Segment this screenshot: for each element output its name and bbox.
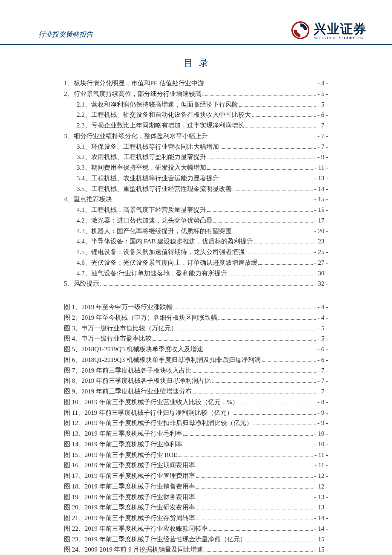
toc-leader-dots: [254, 243, 312, 243]
toc-leader-dots: [205, 551, 313, 552]
toc-entry-page: - 12 -: [314, 471, 329, 481]
toc-row: 图 18、2019 年前三季度机械子行业销售费用率- 12 -: [64, 481, 328, 492]
toc-entry-page: - 32 -: [314, 278, 329, 289]
toc-entry-label: 3.3、期间费用率保持平稳，研发投入大幅增加: [77, 162, 206, 173]
toc-entry-label: 1、板块行情分化明显，市值和PE 估值处行业中游: [64, 78, 204, 89]
toc-entry-page: - 4 -: [317, 302, 328, 312]
toc-row: 5、风险提示- 32 -: [64, 278, 328, 289]
toc-entry-page: - 8 -: [317, 397, 328, 408]
toc-entry-label: 4.1、工程机械：高景气度下经营质量显著提升: [77, 205, 206, 215]
toc-leader-dots: [247, 541, 313, 541]
toc-leader-dots: [207, 159, 316, 159]
toc-entry-label: 2、行业景气度持续高位，部分细分行业增速较高: [64, 89, 202, 99]
toc-entry-label: 5、风险提示: [64, 278, 99, 289]
toc-entry-label: 图 11、2019 年前三季度机械子行业归母净利润比较（亿元）: [64, 408, 233, 418]
toc-entry-label: 图 20、2019 年前三季度机械子行业研发费用率: [64, 502, 195, 513]
toc-entry-label: 图 12、2019 年前三季度机械子行业扣非后归母净利润比较（亿元）: [64, 418, 253, 428]
toc-entry-page: - 9 -: [317, 418, 328, 428]
toc-row: 3.5、工程机械、重型机械等行业经营性现金流明显改善- 14 -: [64, 184, 328, 194]
toc-leader-dots: [233, 191, 313, 191]
toc-entry-label: 4.2、激光器：进口替代加速，龙头竞争优势凸显: [77, 215, 213, 226]
toc-row: 图 11、2019 年前三季度机械子行业归母净利润比较（亿元）- 9 -: [64, 408, 328, 418]
toc-row: 3.4、工程机械、农业机械等行业营运能力显著提升- 13 -: [64, 173, 328, 184]
toc-leader-dots: [234, 414, 316, 415]
toc-row: 图 23、2019 年前三季度机械子行业经营性现金流量净额（亿元）- 15 -: [64, 534, 328, 545]
doc-type: 行业投资策略报告: [38, 30, 93, 41]
toc-row: 图 20、2019 年前三季度机械子行业研发费用率- 13 -: [64, 502, 328, 513]
toc-row: 图 16、2019 年前三季度机械子行业期间费用率- 11 -: [64, 460, 328, 471]
toc-row: 4.2、激光器：进口替代加速，龙头竞争优势凸显- 17 -: [64, 215, 328, 226]
toc-leader-dots: [233, 233, 313, 233]
toc-row: 图 8、2019 年前三季度机械各子板块归母净利润占比- 7 -: [64, 376, 328, 386]
toc-entry-label: 图 24、2009-2019 年前 9 月挖掘机销量及同比增速: [64, 544, 204, 555]
toc-leader-dots: [193, 393, 316, 393]
toc-leader-dots: [100, 285, 313, 286]
toc-entry-page: - 7 -: [317, 142, 328, 152]
toc-row: 图 4、申万一级行业市盈率比较- 5 -: [64, 333, 328, 344]
toc-leader-dots: [196, 488, 313, 489]
toc-entry-page: - 5 -: [317, 333, 328, 344]
toc-row: 图 24、2009-2019 年前 9 月挖掘机销量及同比增速- 15 -: [64, 544, 328, 555]
toc-row: 4、重点推荐板块- 15 -: [64, 194, 328, 205]
toc-row: 4.3、机器人：国产化率将继续提升，优质标的有望突围- 20 -: [64, 226, 328, 237]
toc-leader-dots: [178, 457, 313, 457]
toc-entry-page: - 4 -: [317, 312, 328, 323]
toc-entry-label: 图 3、申万一级行业市值比较（万亿元）: [64, 323, 177, 334]
toc-entry-page: - 15 -: [314, 534, 329, 545]
toc-entry-page: - 30 -: [314, 268, 329, 279]
toc-entry-page: - 13 -: [314, 502, 329, 513]
toc-entry-label: 3.4、工程机械、农业机械等行业营运能力显著提升: [77, 173, 219, 184]
toc-leader-dots: [245, 127, 316, 127]
toc-row: 图 14、2019 年前三季度机械子行业净利率- 10 -: [64, 439, 328, 450]
toc-entry-label: 图 7、2019 年前三季度机械各子板块收入占比: [64, 365, 192, 376]
toc-entry-page: - 14 -: [314, 513, 329, 523]
toc-row: 4.6、光伏设备：光伏设备景气度向上，订单确认进度致增速放缓- 27 -: [64, 257, 328, 268]
toc-entry-label: 图 10、2019 年前三季度机械子行业营业收入比较（亿元，%）: [64, 397, 239, 408]
toc-sections: 1、板块行情分化明显，市值和PE 估值处行业中游- 4 -2、行业景气度持续高位…: [64, 78, 328, 289]
toc-entry-page: - 7 -: [317, 365, 328, 376]
toc-entry-page: - 14 -: [314, 184, 329, 194]
toc-entry-label: 图 22、2019 年前三季度机械子行业应收账款周转率: [64, 523, 208, 534]
toc-leader-dots: [220, 148, 316, 149]
toc-entry-page: - 9 -: [317, 152, 328, 162]
toc-entry-page: - 15 -: [314, 194, 329, 205]
toc-row: 4.1、工程机械：高景气度下经营质量显著提升- 15 -: [64, 205, 328, 215]
toc-entry-label: 图 21、2019 年前三季度机械子行业存货周转率: [64, 513, 195, 523]
toc-leader-dots: [153, 340, 316, 341]
toc-row: 4.4、半导体设备：国内 FAB 建设稳步推进，优质标的盈利提升- 23 -: [64, 236, 328, 247]
toc-leader-dots: [113, 201, 313, 201]
toc-entry-page: - 17 -: [314, 215, 329, 226]
toc-entry-label: 3.5、工程机械、重型机械等行业经营性现金流明显改善: [77, 184, 232, 194]
toc-entry-page: - 6 -: [317, 344, 328, 355]
brand-name-cn: 兴业证券: [314, 23, 366, 35]
toc-row: 图 12、2019 年前三季度机械子行业扣非后归母净利润比较（亿元）- 9 -: [64, 418, 328, 428]
toc-row: 图 5、2018Q1-2019Q3 机械板块单季度收入及增速- 6 -: [64, 344, 328, 355]
toc-entry-label: 4、重点推荐板块: [64, 194, 112, 205]
toc-row: 2.3、亏损企业数比上年同期略有增加，过半实现净利润增长- 7 -: [64, 120, 328, 131]
toc-leader-dots: [228, 275, 313, 275]
toc-entry-page: - 7 -: [317, 131, 328, 142]
toc-leader-dots: [262, 361, 316, 362]
toc-entry-label: 3.2、农用机械、工程机械等盈利能力显著提升: [77, 152, 206, 162]
header-bar: 行业投资策略报告 兴业证券 INDUSTRIAL SECURITIES: [0, 21, 392, 45]
toc-leader-dots: [239, 106, 316, 107]
toc-entry-page: - 4 -: [317, 78, 328, 89]
brand-logo-icon: [291, 21, 309, 41]
toc-row: 2.1、营收和净利润仍保持较高增速，但面临经济下行风险- 5 -: [64, 99, 328, 110]
toc-entry-page: - 5 -: [317, 99, 328, 110]
toc-leader-dots: [202, 95, 316, 96]
toc-leader-dots: [239, 404, 316, 404]
toc-entry-page: - 20 -: [314, 226, 329, 237]
toc-entry-label: 图 15、2019 年前三季度机械子行业 ROE: [64, 450, 177, 460]
toc-leader-dots: [207, 169, 313, 170]
toc-row: 图 6、2018Q1-2019Q3 机械板块单季度归母净利润及扣非后归母净利润-…: [64, 355, 328, 365]
toc-entry-page: - 13 -: [314, 492, 329, 503]
toc-row: 图 19、2019 年前三季度机械子行业财务费用率- 13 -: [64, 492, 328, 503]
toc-row: 图 21、2019 年前三季度机械子行业存货周转率- 14 -: [64, 513, 328, 523]
toc-leader-dots: [193, 372, 316, 373]
toc-row: 4.5、锂电设备：设备采购加速值得期待，龙头公司强者恒强- 25 -: [64, 247, 328, 257]
toc-entry-label: 图 13、2019 年前三季度机械子行业毛利率: [64, 428, 182, 439]
toc-row: 3.2、农用机械、工程机械等盈利能力显著提升- 9 -: [64, 152, 328, 162]
toc-leader-dots: [220, 180, 313, 180]
toc-entry-label: 2.3、亏损企业数比上年同期略有增加，过半实现净利润增长: [77, 120, 245, 131]
